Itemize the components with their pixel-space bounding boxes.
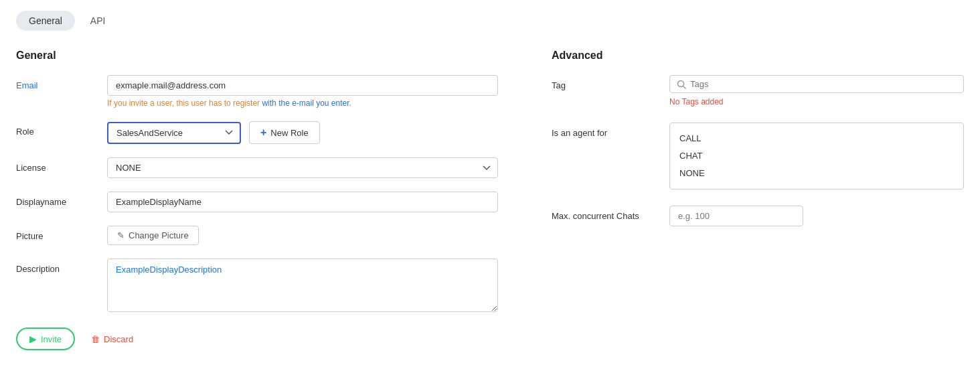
invite-icon: ▶ <box>29 334 37 344</box>
new-role-label: New Role <box>270 128 308 138</box>
tab-api[interactable]: API <box>78 11 118 31</box>
role-select[interactable]: SalesAndService Admin Agent Supervisor <box>107 122 241 144</box>
change-picture-label: Change Picture <box>129 230 189 240</box>
max-chats-label: Max. concurrent Chats <box>552 206 659 221</box>
tag-controls: No Tags added <box>669 75 964 106</box>
tab-general[interactable]: General <box>16 11 75 31</box>
invite-button[interactable]: ▶ Invite <box>16 327 75 350</box>
advanced-section-title: Advanced <box>552 50 964 62</box>
agent-for-list[interactable]: CALL CHAT NONE <box>669 123 964 190</box>
tab-bar: General API <box>16 11 964 31</box>
picture-label: Picture <box>16 226 96 241</box>
picture-controls: ✎ Change Picture <box>107 226 498 245</box>
role-inner-row: SalesAndService Admin Agent Supervisor +… <box>107 121 498 144</box>
edit-icon: ✎ <box>117 230 125 240</box>
tag-row: Tag No Tags added <box>552 75 964 106</box>
email-label: Email <box>16 75 96 90</box>
new-role-button[interactable]: + New Role <box>249 121 320 144</box>
license-label: License <box>16 157 96 173</box>
main-layout: General Email If you invite a user, this… <box>16 50 964 350</box>
description-controls: ExampleDisplayDescription <box>107 259 498 314</box>
displayname-input[interactable] <box>107 192 498 212</box>
license-row: License NONE Basic Professional Enterpri… <box>16 157 498 178</box>
general-section: General Email If you invite a user, this… <box>16 50 498 350</box>
tag-search-container <box>669 75 964 93</box>
discard-button[interactable]: 🗑 Discard <box>88 329 136 349</box>
svg-line-1 <box>683 86 686 88</box>
picture-row: Picture ✎ Change Picture <box>16 226 498 245</box>
tag-search-input[interactable] <box>690 79 957 89</box>
agent-for-row: Is an agent for CALL CHAT NONE <box>552 123 964 190</box>
email-input[interactable] <box>107 75 498 96</box>
change-picture-button[interactable]: ✎ Change Picture <box>107 226 199 245</box>
description-textarea[interactable]: ExampleDisplayDescription <box>107 259 498 312</box>
max-chats-controls <box>669 206 964 226</box>
max-chats-row: Max. concurrent Chats <box>552 206 964 226</box>
license-select[interactable]: NONE Basic Professional Enterprise <box>107 157 498 178</box>
license-controls: NONE Basic Professional Enterprise <box>107 157 498 178</box>
no-tags-text: No Tags added <box>669 97 964 106</box>
description-label: Description <box>16 259 96 274</box>
email-row: Email If you invite a user, this user ha… <box>16 75 498 108</box>
displayname-row: Displayname <box>16 192 498 212</box>
general-section-title: General <box>16 50 498 62</box>
email-controls: If you invite a user, this user has to r… <box>107 75 498 108</box>
max-chats-input[interactable] <box>669 206 803 226</box>
role-label: Role <box>16 121 96 137</box>
register-link[interactable]: with the e-mail you enter. <box>262 98 351 108</box>
agent-for-controls: CALL CHAT NONE <box>669 123 964 190</box>
role-controls: SalesAndService Admin Agent Supervisor +… <box>107 121 498 144</box>
agent-for-label: Is an agent for <box>552 123 659 138</box>
invite-label: Invite <box>41 334 62 344</box>
bottom-actions: ▶ Invite 🗑 Discard <box>16 327 498 350</box>
displayname-controls <box>107 192 498 212</box>
search-icon <box>677 80 686 89</box>
agent-option-none[interactable]: NONE <box>679 165 954 182</box>
tag-label: Tag <box>552 75 659 90</box>
role-row: Role SalesAndService Admin Agent Supervi… <box>16 121 498 144</box>
email-hint: If you invite a user, this user has to r… <box>107 98 498 108</box>
plus-icon: + <box>260 127 266 139</box>
agent-option-call[interactable]: CALL <box>679 130 954 147</box>
displayname-label: Displayname <box>16 192 96 207</box>
discard-label: Discard <box>104 334 133 344</box>
advanced-section: Advanced Tag No Tags added Is an agent f… <box>552 50 964 350</box>
agent-option-chat[interactable]: CHAT <box>679 147 954 165</box>
trash-icon: 🗑 <box>91 334 100 344</box>
description-row: Description ExampleDisplayDescription <box>16 259 498 314</box>
